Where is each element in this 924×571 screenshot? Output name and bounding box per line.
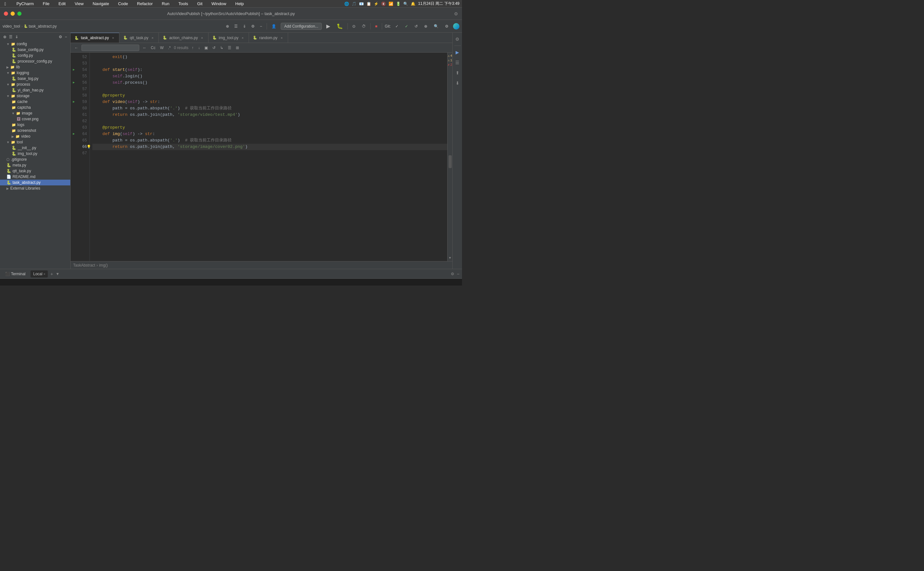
profile-run-button[interactable]: ⏱: [360, 23, 368, 30]
search-case-button[interactable]: Cc: [150, 45, 157, 51]
search-list-button[interactable]: ☰: [227, 45, 233, 51]
scroll-thumb[interactable]: [449, 155, 452, 168]
right-sidebar-icon-1[interactable]: ▶: [454, 48, 460, 56]
minimize-window-button[interactable]: [11, 12, 15, 16]
search-filter-button[interactable]: ⊞: [234, 45, 240, 51]
sidebar-item-tool[interactable]: ▼ 📁 tool: [0, 139, 70, 145]
help-menu[interactable]: Help: [233, 1, 246, 7]
view-menu[interactable]: View: [73, 1, 86, 7]
right-sidebar-settings-icon[interactable]: ⚙: [454, 35, 461, 43]
sidebar-item-cache[interactable]: 📁 cache: [0, 99, 70, 105]
file-menu[interactable]: File: [41, 1, 51, 7]
git-menu[interactable]: Git: [195, 1, 204, 7]
sidebar-icon-1[interactable]: ⊕: [3, 35, 7, 39]
editor-scrollbar[interactable]: ⚠ 4 ⚠ 1 ✗ 2 ▼: [447, 52, 452, 261]
git-push-button[interactable]: ↺: [413, 23, 420, 30]
terminal-add-button[interactable]: +: [50, 272, 53, 276]
window-menu[interactable]: Window: [210, 1, 228, 7]
sidebar-item-readme[interactable]: 📄 README.md: [0, 174, 70, 180]
profile-button[interactable]: 👤: [270, 23, 278, 30]
settings-button[interactable]: ⚙: [249, 23, 257, 30]
sidebar-icon-3[interactable]: ⇓: [14, 35, 19, 39]
scroll-down-icon[interactable]: ▼: [449, 256, 451, 260]
sidebar-item-video[interactable]: ▶ 📁 video: [0, 133, 70, 139]
sidebar-item-qtt-task[interactable]: 🐍 qtt_task.py: [0, 168, 70, 174]
code-editor[interactable]: ▶ ▶ ▶ ▶ 52 53 54 55 56: [71, 52, 452, 261]
search-replace-button[interactable]: ↔: [141, 45, 148, 51]
sidebar-item-screenshot[interactable]: 📁 screenshot: [0, 128, 70, 133]
tools-menu[interactable]: Tools: [176, 1, 190, 7]
maximize-window-button[interactable]: [17, 12, 22, 16]
sidebar-item-logs[interactable]: 📁 logs: [0, 122, 70, 128]
search-case2-button[interactable]: ↳: [219, 45, 225, 51]
tab-qtt-task[interactable]: 🐍 qtt_task.py ×: [119, 33, 159, 43]
sidebar-item-external-libraries[interactable]: ▶ External Libraries: [0, 185, 70, 191]
git-commit-button[interactable]: ✓: [403, 23, 410, 30]
terminal-content[interactable]: File "/Users/lishiye/pythonSrc/easy_vide…: [0, 279, 462, 286]
sidebar-item-logging[interactable]: ▼ 📁 logging: [0, 70, 70, 76]
terminal-tab-close[interactable]: ×: [44, 272, 46, 276]
git-update-button[interactable]: ✓: [393, 23, 400, 30]
bulb-icon[interactable]: 💡: [86, 144, 91, 150]
code-content[interactable]: exit() def start(self): self.login() sel…: [90, 52, 447, 261]
sidebar-item-process[interactable]: ▼ 📁 process: [0, 82, 70, 87]
sidebar-item-captcha[interactable]: 📁 captcha: [0, 105, 70, 110]
toolbar-icon-1[interactable]: ⊕: [224, 23, 231, 30]
sidebar-item-cover-png[interactable]: 🖼 cover.png: [0, 116, 70, 122]
search-prev-button[interactable]: ↑: [190, 45, 195, 51]
sidebar-item-base-config[interactable]: 🐍 base_config.py: [0, 47, 70, 52]
apple-menu[interactable]: : [3, 1, 8, 7]
sidebar-settings-button[interactable]: ⚙: [58, 35, 63, 39]
git-history-button[interactable]: ⊕: [422, 23, 429, 30]
sidebar-item-gitignore[interactable]: ⬡ .gitignore: [0, 157, 70, 162]
run-button[interactable]: ▶: [324, 22, 332, 30]
tab-task-abstract[interactable]: 🐍 task_abstract.py ×: [71, 33, 119, 43]
stop-button[interactable]: ■: [373, 23, 379, 30]
settings-icon[interactable]: ⚙: [454, 11, 458, 16]
add-configuration-button[interactable]: Add Configuration...: [281, 23, 322, 30]
tab-img-tool[interactable]: 🐍 img_tool.py ×: [208, 33, 249, 43]
tab-close-button[interactable]: ×: [150, 35, 155, 40]
tab-action-chains[interactable]: 🐍 action_chains.py ×: [159, 33, 208, 43]
search-everywhere-button[interactable]: 🔍: [432, 23, 441, 30]
tab-close-button[interactable]: ×: [240, 35, 245, 40]
sidebar-close-button[interactable]: −: [64, 35, 68, 39]
sidebar-item-lib[interactable]: ▶ 📁 lib: [0, 64, 70, 70]
tab-close-button[interactable]: ×: [200, 35, 204, 40]
code-menu[interactable]: Code: [116, 1, 130, 7]
right-sidebar-icon-2[interactable]: ☰: [454, 59, 461, 66]
search-close-x-button[interactable]: ▣: [203, 45, 209, 51]
sidebar-item-processor-config[interactable]: 🐍 processor_config.py: [0, 59, 70, 64]
sidebar-item-task-abstract[interactable]: 🐍 task_abstract.py: [0, 180, 70, 185]
sidebar-item-yi-dian-hao[interactable]: 🐍 yi_dian_hao.py: [0, 87, 70, 93]
user-avatar[interactable]: [453, 23, 460, 29]
sidebar-item-storage[interactable]: ▼ 📁 storage: [0, 93, 70, 99]
breadcrumb-task-abstract[interactable]: 🐍 task_abstract.py: [24, 24, 57, 29]
toolbar-icon-3[interactable]: ⇓: [241, 23, 248, 30]
sidebar-item-config[interactable]: ▼ 📁 config: [0, 41, 70, 47]
terminal-close-button[interactable]: −: [457, 272, 460, 276]
search-input[interactable]: [82, 45, 139, 51]
terminal-tab-terminal[interactable]: ⬛ Terminal: [3, 270, 28, 278]
search-next-button[interactable]: ↓: [197, 45, 201, 51]
search-regex-button[interactable]: .*: [167, 45, 172, 51]
run-menu[interactable]: Run: [160, 1, 171, 7]
minus-button[interactable]: −: [258, 23, 264, 30]
breadcrumb-video-tool[interactable]: video_tool: [3, 24, 20, 29]
sidebar-item-base-log[interactable]: 🐍 base_log.py: [0, 76, 70, 82]
search-word-button[interactable]: W: [159, 45, 165, 51]
right-sidebar-icon-3[interactable]: ⬆: [454, 69, 461, 77]
close-window-button[interactable]: [4, 12, 8, 16]
sidebar-item-config-py[interactable]: 🐍 config.py: [0, 52, 70, 59]
refactor-menu[interactable]: Refactor: [135, 1, 155, 7]
pycharm-menu[interactable]: PyCharm: [14, 1, 35, 7]
search-multiline-button[interactable]: ↺: [211, 45, 217, 51]
sidebar-item-meta[interactable]: 🐍 meta.py: [0, 162, 70, 168]
search-close-button[interactable]: ←: [73, 45, 80, 51]
toolbar-icon-2[interactable]: ☰: [232, 23, 240, 30]
sidebar-item-init[interactable]: 🐍 __init__.py: [0, 145, 70, 151]
terminal-chevron[interactable]: ▼: [56, 272, 60, 276]
tab-close-button[interactable]: ×: [111, 35, 115, 40]
terminal-tab-local[interactable]: Local ×: [31, 270, 48, 278]
right-sidebar-icon-4[interactable]: ⬇: [454, 79, 461, 87]
